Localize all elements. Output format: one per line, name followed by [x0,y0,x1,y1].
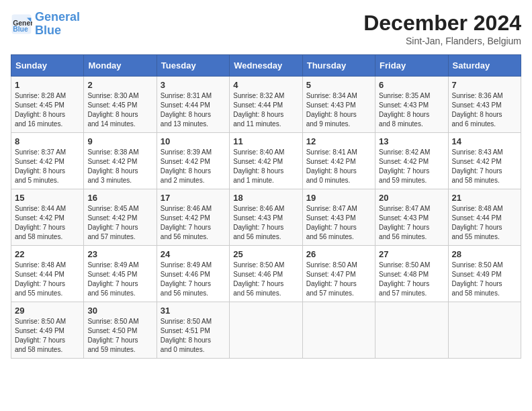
day-detail: Sunrise: 8:31 AMSunset: 4:44 PMDaylight:… [161,92,212,128]
column-header-sunday: Sunday [11,55,84,77]
calendar-week-row: 1Sunrise: 8:28 AMSunset: 4:45 PMDaylight… [11,77,521,133]
day-number: 29 [15,306,80,316]
calendar-day-cell: 16Sunrise: 8:45 AMSunset: 4:42 PMDayligh… [84,189,157,246]
day-detail: Sunrise: 8:50 AMSunset: 4:51 PMDaylight:… [161,318,212,353]
day-detail: Sunrise: 8:40 AMSunset: 4:42 PMDaylight:… [233,148,284,184]
calendar-day-cell: 6Sunrise: 8:35 AMSunset: 4:43 PMDaylight… [375,77,448,133]
day-number: 27 [379,249,444,259]
logo: General Blue General Blue [11,11,80,38]
calendar-day-cell: 4Sunrise: 8:32 AMSunset: 4:44 PMDaylight… [230,77,302,133]
calendar-day-cell: 17Sunrise: 8:46 AMSunset: 4:42 PMDayligh… [157,189,229,246]
svg-text:Blue: Blue [13,26,28,33]
day-number: 17 [161,193,226,203]
day-number: 10 [161,136,226,146]
day-number: 22 [15,249,80,259]
calendar-day-cell: 27Sunrise: 8:50 AMSunset: 4:48 PMDayligh… [375,246,448,302]
day-detail: Sunrise: 8:49 AMSunset: 4:46 PMDaylight:… [161,261,212,297]
day-detail: Sunrise: 8:32 AMSunset: 4:44 PMDaylight:… [233,92,284,128]
calendar-day-cell: 18Sunrise: 8:46 AMSunset: 4:43 PMDayligh… [230,189,302,246]
day-detail: Sunrise: 8:45 AMSunset: 4:42 PMDaylight:… [87,205,138,240]
calendar-header-row: SundayMondayTuesdayWednesdayThursdayFrid… [11,55,521,77]
calendar-day-cell: 24Sunrise: 8:49 AMSunset: 4:46 PMDayligh… [157,246,229,302]
column-header-tuesday: Tuesday [157,55,229,77]
day-number: 24 [161,249,226,259]
calendar-day-cell: 14Sunrise: 8:43 AMSunset: 4:42 PMDayligh… [448,133,521,189]
day-number: 31 [161,306,226,316]
day-number: 30 [87,306,152,316]
calendar-day-cell: 26Sunrise: 8:50 AMSunset: 4:47 PMDayligh… [302,246,375,302]
day-detail: Sunrise: 8:50 AMSunset: 4:47 PMDaylight:… [306,261,357,297]
calendar-week-row: 29Sunrise: 8:50 AMSunset: 4:49 PMDayligh… [11,302,521,359]
day-number: 21 [452,193,517,203]
calendar-day-cell: 3Sunrise: 8:31 AMSunset: 4:44 PMDaylight… [157,77,229,133]
main-title: December 2024 [363,11,521,36]
day-detail: Sunrise: 8:49 AMSunset: 4:45 PMDaylight:… [87,261,138,297]
day-number: 18 [233,193,298,203]
day-number: 9 [87,136,152,146]
calendar-day-cell: 21Sunrise: 8:48 AMSunset: 4:44 PMDayligh… [448,189,521,246]
day-detail: Sunrise: 8:36 AMSunset: 4:43 PMDaylight:… [452,92,503,128]
logo-icon: General Blue [11,13,32,35]
column-header-saturday: Saturday [448,55,521,77]
day-detail: Sunrise: 8:30 AMSunset: 4:45 PMDaylight:… [87,92,138,128]
day-detail: Sunrise: 8:48 AMSunset: 4:44 PMDaylight:… [15,261,66,297]
day-detail: Sunrise: 8:50 AMSunset: 4:46 PMDaylight:… [233,261,284,297]
day-number: 4 [233,80,298,90]
day-number: 19 [306,193,371,203]
calendar-day-cell: 20Sunrise: 8:47 AMSunset: 4:43 PMDayligh… [375,189,448,246]
calendar-day-cell: 25Sunrise: 8:50 AMSunset: 4:46 PMDayligh… [230,246,302,302]
calendar-day-cell: 29Sunrise: 8:50 AMSunset: 4:49 PMDayligh… [11,302,84,359]
page-header: General Blue General Blue December 2024 … [11,11,521,46]
title-area: December 2024 Sint-Jan, Flanders, Belgiu… [363,11,521,46]
calendar-day-cell: 15Sunrise: 8:44 AMSunset: 4:42 PMDayligh… [11,189,84,246]
calendar-day-cell: 11Sunrise: 8:40 AMSunset: 4:42 PMDayligh… [230,133,302,189]
day-detail: Sunrise: 8:47 AMSunset: 4:43 PMDaylight:… [379,205,430,240]
day-detail: Sunrise: 8:42 AMSunset: 4:42 PMDaylight:… [379,148,430,184]
day-detail: Sunrise: 8:34 AMSunset: 4:43 PMDaylight:… [306,92,357,128]
day-detail: Sunrise: 8:35 AMSunset: 4:43 PMDaylight:… [379,92,430,128]
day-detail: Sunrise: 8:48 AMSunset: 4:44 PMDaylight:… [452,205,503,240]
column-header-monday: Monday [84,55,157,77]
day-detail: Sunrise: 8:50 AMSunset: 4:49 PMDaylight:… [452,261,503,297]
column-header-thursday: Thursday [302,55,375,77]
calendar-day-cell: 13Sunrise: 8:42 AMSunset: 4:42 PMDayligh… [375,133,448,189]
calendar-day-cell: 9Sunrise: 8:38 AMSunset: 4:42 PMDaylight… [84,133,157,189]
column-header-friday: Friday [375,55,448,77]
day-number: 25 [233,249,298,259]
day-detail: Sunrise: 8:37 AMSunset: 4:42 PMDaylight:… [15,148,66,184]
day-detail: Sunrise: 8:43 AMSunset: 4:42 PMDaylight:… [452,148,503,184]
day-detail: Sunrise: 8:50 AMSunset: 4:49 PMDaylight:… [15,318,66,353]
calendar-table: SundayMondayTuesdayWednesdayThursdayFrid… [11,54,521,359]
day-detail: Sunrise: 8:44 AMSunset: 4:42 PMDaylight:… [15,205,66,240]
day-number: 6 [379,80,444,90]
calendar-day-cell: 23Sunrise: 8:49 AMSunset: 4:45 PMDayligh… [84,246,157,302]
day-detail: Sunrise: 8:46 AMSunset: 4:43 PMDaylight:… [233,205,284,240]
day-number: 15 [15,193,80,203]
calendar-empty-cell [448,302,521,359]
calendar-week-row: 8Sunrise: 8:37 AMSunset: 4:42 PMDaylight… [11,133,521,189]
day-number: 3 [161,80,226,90]
day-number: 20 [379,193,444,203]
day-detail: Sunrise: 8:50 AMSunset: 4:48 PMDaylight:… [379,261,430,297]
calendar-empty-cell [302,302,375,359]
calendar-day-cell: 1Sunrise: 8:28 AMSunset: 4:45 PMDaylight… [11,77,84,133]
day-detail: Sunrise: 8:41 AMSunset: 4:42 PMDaylight:… [306,148,357,184]
logo-text-line1: General [35,11,80,24]
day-number: 1 [15,80,80,90]
subtitle: Sint-Jan, Flanders, Belgium [363,36,521,46]
day-number: 23 [87,249,152,259]
calendar-day-cell: 30Sunrise: 8:50 AMSunset: 4:50 PMDayligh… [84,302,157,359]
logo-text-line2: Blue [35,24,80,38]
day-number: 7 [452,80,517,90]
day-number: 26 [306,249,371,259]
calendar-day-cell: 12Sunrise: 8:41 AMSunset: 4:42 PMDayligh… [302,133,375,189]
day-detail: Sunrise: 8:50 AMSunset: 4:50 PMDaylight:… [87,318,138,353]
calendar-day-cell: 19Sunrise: 8:47 AMSunset: 4:43 PMDayligh… [302,189,375,246]
calendar-day-cell: 22Sunrise: 8:48 AMSunset: 4:44 PMDayligh… [11,246,84,302]
calendar-day-cell: 2Sunrise: 8:30 AMSunset: 4:45 PMDaylight… [84,77,157,133]
day-detail: Sunrise: 8:28 AMSunset: 4:45 PMDaylight:… [15,92,66,128]
day-number: 11 [233,136,298,146]
calendar-day-cell: 10Sunrise: 8:39 AMSunset: 4:42 PMDayligh… [157,133,229,189]
calendar-day-cell: 7Sunrise: 8:36 AMSunset: 4:43 PMDaylight… [448,77,521,133]
calendar-empty-cell [230,302,302,359]
